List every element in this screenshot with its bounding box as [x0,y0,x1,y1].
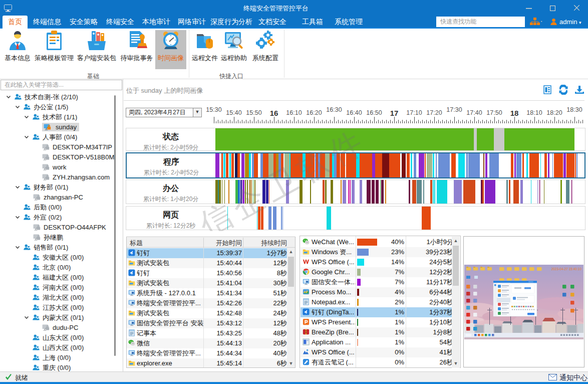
svg-text:2023-04-27 15:40:10: 2023-04-27 15:40:10 [551,267,582,271]
svg-text:16:40: 16:40 [346,109,362,116]
svg-text:15:30: 15:30 [206,106,221,113]
svg-text:16: 16 [270,109,278,117]
svg-text:15:50: 15:50 [246,109,261,116]
svg-text:15:40: 15:40 [226,109,241,116]
svg-text:18: 18 [510,109,519,117]
svg-text:16:30: 16:30 [326,106,342,113]
svg-text:18:20: 18:20 [546,109,562,116]
svg-text:17:10: 17:10 [406,109,422,116]
svg-text:17:40: 17:40 [466,109,482,116]
svg-text:16:10: 16:10 [286,109,302,116]
svg-text:16:50: 16:50 [366,109,382,116]
svg-text:17: 17 [390,109,399,117]
svg-text:18:30: 18:30 [566,106,582,113]
svg-text:17:50: 17:50 [486,109,502,116]
svg-text:17:20: 17:20 [426,109,442,116]
svg-text:18:10: 18:10 [526,109,542,116]
svg-text:16:20: 16:20 [306,109,322,116]
svg-text:17:30: 17:30 [446,106,462,113]
